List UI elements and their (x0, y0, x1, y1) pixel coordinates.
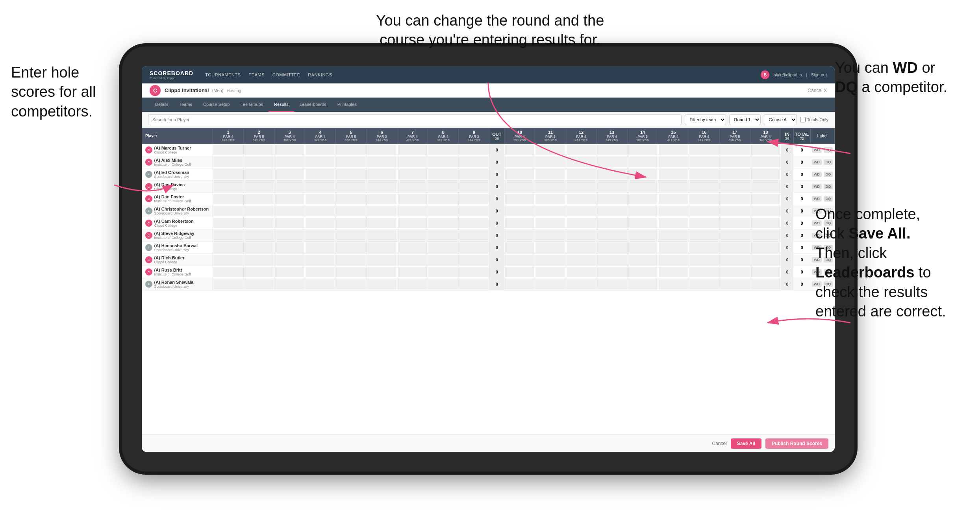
hole-13-score[interactable] (597, 168, 627, 181)
hole-8-score[interactable] (428, 156, 459, 168)
hole-8-input[interactable] (428, 206, 458, 216)
hole-1-score[interactable] (213, 229, 244, 242)
hole-3-input[interactable] (275, 255, 304, 265)
hole-16-input[interactable] (689, 279, 719, 289)
hole-10-score[interactable] (504, 254, 535, 266)
hole-16-input[interactable] (689, 169, 719, 179)
hole-1-score[interactable] (213, 217, 244, 229)
hole-5-score[interactable] (336, 254, 367, 266)
hole-13-input[interactable] (597, 145, 627, 155)
hole-16-score[interactable] (689, 156, 719, 168)
hole-16-score[interactable] (689, 242, 719, 254)
hole-2-input[interactable] (244, 267, 274, 277)
hole-10-input[interactable] (505, 255, 534, 265)
hole-10-score[interactable] (504, 168, 535, 181)
hole-4-score[interactable] (305, 217, 336, 229)
hole-14-input[interactable] (628, 230, 658, 240)
hole-1-score[interactable] (213, 254, 244, 266)
hole-14-input[interactable] (628, 181, 658, 192)
hole-9-input[interactable] (459, 206, 489, 216)
hole-17-input[interactable] (720, 169, 750, 179)
hole-10-input[interactable] (505, 181, 534, 192)
hole-14-score[interactable] (627, 168, 658, 181)
hole-13-input[interactable] (597, 218, 627, 228)
hole-12-score[interactable] (566, 278, 597, 290)
hole-7-score[interactable] (397, 193, 428, 205)
hole-4-score[interactable] (305, 229, 336, 242)
hole-7-input[interactable] (398, 279, 427, 289)
hole-3-input[interactable] (275, 157, 304, 167)
hole-14-input[interactable] (628, 194, 658, 204)
hole-7-score[interactable] (397, 266, 428, 278)
hole-10-input[interactable] (505, 194, 534, 204)
hole-12-score[interactable] (566, 229, 597, 242)
hole-16-input[interactable] (689, 194, 719, 204)
hole-18-score[interactable] (750, 156, 781, 168)
hole-8-input[interactable] (428, 181, 458, 192)
hole-11-input[interactable] (535, 242, 565, 253)
hole-14-score[interactable] (627, 254, 658, 266)
hole-12-input[interactable] (567, 145, 596, 155)
hole-14-score[interactable] (627, 193, 658, 205)
hole-5-input[interactable] (336, 194, 366, 204)
hole-13-score[interactable] (597, 266, 627, 278)
hole-5-score[interactable] (336, 242, 367, 254)
hole-2-input[interactable] (244, 194, 274, 204)
hole-5-score[interactable] (336, 278, 367, 290)
hole-16-score[interactable] (689, 217, 719, 229)
hole-14-input[interactable] (628, 157, 658, 167)
hole-3-score[interactable] (274, 229, 305, 242)
hole-3-score[interactable] (274, 266, 305, 278)
hole-15-score[interactable] (658, 156, 689, 168)
hole-6-score[interactable] (367, 217, 397, 229)
hole-13-input[interactable] (597, 242, 627, 253)
tab-results[interactable]: Results (269, 98, 294, 112)
hole-7-input[interactable] (398, 157, 427, 167)
hole-6-score[interactable] (367, 242, 397, 254)
hole-13-score[interactable] (597, 156, 627, 168)
hole-7-input[interactable] (398, 194, 427, 204)
hole-17-input[interactable] (720, 145, 750, 155)
hole-9-score[interactable] (459, 217, 489, 229)
hole-12-score[interactable] (566, 156, 597, 168)
hole-10-score[interactable] (504, 229, 535, 242)
hole-9-input[interactable] (459, 267, 489, 277)
hole-2-score[interactable] (244, 278, 274, 290)
hole-16-input[interactable] (689, 242, 719, 253)
hole-8-score[interactable] (428, 217, 459, 229)
hole-5-input[interactable] (336, 267, 366, 277)
hole-11-input[interactable] (535, 267, 565, 277)
hole-2-input[interactable] (244, 157, 274, 167)
hole-13-score[interactable] (597, 278, 627, 290)
hole-18-score[interactable] (750, 193, 781, 205)
hole-7-score[interactable] (397, 144, 428, 156)
hole-17-input[interactable] (720, 230, 750, 240)
hole-5-score[interactable] (336, 193, 367, 205)
hole-5-input[interactable] (336, 206, 366, 216)
hole-6-score[interactable] (367, 205, 397, 217)
hole-8-input[interactable] (428, 267, 458, 277)
hole-6-input[interactable] (367, 230, 396, 240)
nav-committee[interactable]: COMMITTEE (272, 72, 300, 77)
hole-2-input[interactable] (244, 279, 274, 289)
hole-16-score[interactable] (689, 205, 719, 217)
hole-10-score[interactable] (504, 278, 535, 290)
hole-3-score[interactable] (274, 242, 305, 254)
hole-2-score[interactable] (244, 254, 274, 266)
hole-4-input[interactable] (306, 169, 335, 179)
hole-11-input[interactable] (535, 255, 565, 265)
hole-15-score[interactable] (658, 217, 689, 229)
sign-out-link[interactable]: Sign out (811, 72, 827, 77)
hole-16-input[interactable] (689, 206, 719, 216)
hole-1-input[interactable] (213, 169, 243, 179)
hole-11-input[interactable] (535, 230, 565, 240)
hole-11-score[interactable] (535, 205, 566, 217)
hole-9-input[interactable] (459, 169, 489, 179)
hole-10-input[interactable] (505, 157, 534, 167)
hole-16-input[interactable] (689, 157, 719, 167)
hole-8-input[interactable] (428, 145, 458, 155)
hole-3-input[interactable] (275, 230, 304, 240)
hole-8-score[interactable] (428, 193, 459, 205)
hole-3-input[interactable] (275, 206, 304, 216)
hole-18-score[interactable] (750, 266, 781, 278)
